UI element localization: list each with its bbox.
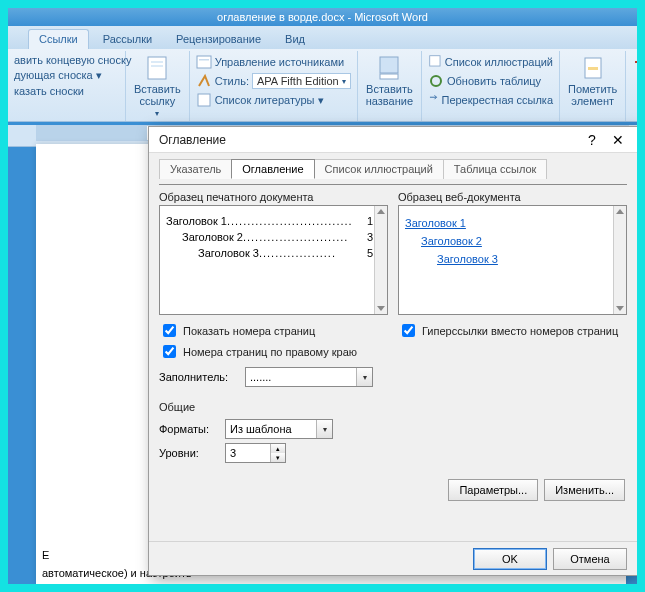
formats-input[interactable] <box>226 420 316 438</box>
web-link-1[interactable]: Заголовок 1 <box>405 217 612 229</box>
general-label: Общие <box>159 401 627 413</box>
tab-leader-input[interactable] <box>246 368 356 386</box>
dialog-tabs: Указатель Оглавление Список иллюстраций … <box>159 159 627 179</box>
chevron-down-icon: ▾ <box>342 77 346 86</box>
cancel-button[interactable]: Отмена <box>553 548 627 570</box>
scrollbar[interactable] <box>374 206 387 314</box>
svg-rect-7 <box>380 74 398 79</box>
levels-spinner[interactable]: ▴▾ <box>225 443 286 463</box>
dialog-footer: OK Отмена <box>149 541 637 575</box>
levels-input[interactable] <box>226 444 270 462</box>
partial-button[interactable]: П <box>630 53 637 71</box>
citation-style-selector[interactable]: Стиль: APA Fifth Edition▾ <box>194 72 353 90</box>
tab-leader-combo[interactable]: ▾ <box>245 367 373 387</box>
svg-rect-3 <box>197 56 211 68</box>
close-button[interactable]: ✕ <box>605 132 631 148</box>
tab-references[interactable]: Ссылки <box>28 29 89 49</box>
tab-authorities[interactable]: Таблица ссылок <box>443 159 548 179</box>
svg-rect-4 <box>199 59 209 61</box>
print-preview: Заголовок 1 ............................… <box>159 205 388 315</box>
list-icon <box>428 54 442 70</box>
mark-icon <box>581 55 605 81</box>
tab-illustrations[interactable]: Список иллюстраций <box>314 159 444 179</box>
plus-icon <box>632 54 637 70</box>
crossref-icon <box>428 92 438 108</box>
svg-rect-0 <box>148 57 166 79</box>
doc-text: Е <box>42 548 49 562</box>
show-page-numbers-checkbox[interactable]: Показать номера страниц <box>159 321 388 340</box>
dialog-titlebar: Оглавление ? ✕ <box>149 127 637 153</box>
cross-reference-button[interactable]: Перекрестная ссылка <box>426 91 555 109</box>
titlebar: оглавление в ворде.docx - Microsoft Word <box>8 8 637 26</box>
web-preview-label: Образец веб-документа <box>398 191 627 203</box>
scrollbar[interactable] <box>613 206 626 314</box>
next-footnote-button[interactable]: дующая сноска ▾ <box>12 68 121 83</box>
help-button[interactable]: ? <box>579 132 605 148</box>
web-link-3[interactable]: Заголовок 3 <box>405 253 612 265</box>
citation-icon <box>145 55 169 81</box>
hyperlinks-checkbox[interactable]: Гиперссылки вместо номеров страниц <box>398 321 627 340</box>
spin-up[interactable]: ▴ <box>271 444 285 453</box>
bibliography-icon <box>196 92 212 108</box>
insert-citation-button[interactable]: Вставить ссылку ▾ <box>130 53 185 120</box>
svg-rect-2 <box>151 65 163 67</box>
web-preview: Заголовок 1 Заголовок 2 Заголовок 3 <box>398 205 627 315</box>
tab-toc[interactable]: Оглавление <box>231 159 314 179</box>
svg-rect-1 <box>151 61 163 63</box>
svg-rect-11 <box>588 67 598 70</box>
mark-entry-button[interactable]: Пометить элемент <box>564 53 621 109</box>
style-icon <box>196 73 212 89</box>
svg-rect-6 <box>380 57 398 73</box>
manage-sources-button[interactable]: Управление источниками <box>194 53 353 71</box>
dialog-title: Оглавление <box>159 133 579 147</box>
print-preview-label: Образец печатного документа <box>159 191 388 203</box>
svg-point-9 <box>431 76 441 86</box>
spin-down[interactable]: ▾ <box>271 453 285 462</box>
modify-button[interactable]: Изменить... <box>544 479 625 501</box>
tab-review[interactable]: Рецензирование <box>166 30 271 49</box>
right-align-checkbox[interactable]: Номера страниц по правому краю <box>159 342 388 361</box>
svg-rect-8 <box>430 56 440 66</box>
bibliography-button[interactable]: Список литературы ▾ <box>194 91 353 109</box>
caption-icon <box>377 55 401 81</box>
word-window: оглавление в ворде.docx - Microsoft Word… <box>8 8 637 584</box>
levels-label: Уровни: <box>159 447 219 459</box>
chevron-down-icon[interactable]: ▾ <box>356 368 372 386</box>
update-table-button[interactable]: Обновить таблицу <box>426 72 555 90</box>
ribbon-tabs: Ссылки Рассылки Рецензирование Вид <box>8 26 637 49</box>
tab-mailings[interactable]: Рассылки <box>93 30 162 49</box>
tab-view[interactable]: Вид <box>275 30 315 49</box>
ribbon: авить концевую сноску дующая сноска ▾ ка… <box>8 49 637 122</box>
toc-dialog: Оглавление ? ✕ Указатель Оглавление Спис… <box>148 126 637 576</box>
chevron-down-icon[interactable]: ▾ <box>316 420 332 438</box>
refresh-icon <box>428 73 444 89</box>
ok-button[interactable]: OK <box>473 548 547 570</box>
sources-icon <box>196 54 212 70</box>
show-notes-button[interactable]: казать сноски <box>12 84 121 98</box>
tab-leader-label: Заполнитель: <box>159 371 239 383</box>
svg-rect-5 <box>198 94 210 106</box>
insert-endnote-button[interactable]: авить концевую сноску <box>12 53 121 67</box>
table-of-figures-button[interactable]: Список иллюстраций <box>426 53 555 71</box>
web-link-2[interactable]: Заголовок 2 <box>405 235 612 247</box>
options-button[interactable]: Параметры... <box>448 479 538 501</box>
formats-combo[interactable]: ▾ <box>225 419 333 439</box>
insert-caption-button[interactable]: Вставить название <box>362 53 417 109</box>
chevron-down-icon: ▾ <box>155 109 159 118</box>
formats-label: Форматы: <box>159 423 219 435</box>
tab-index[interactable]: Указатель <box>159 159 232 179</box>
